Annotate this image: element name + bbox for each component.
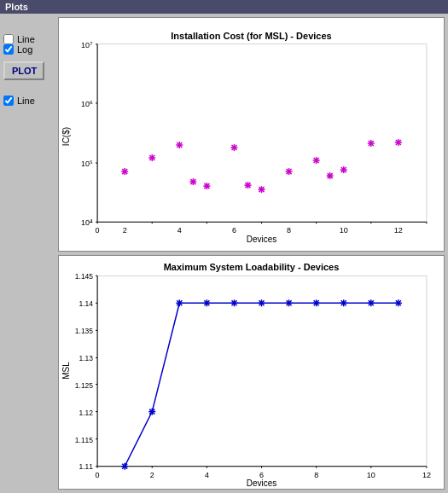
point-7 xyxy=(244,182,251,188)
bottom-y-label: MSL xyxy=(61,362,71,380)
bottom-line-checkbox[interactable] xyxy=(3,96,14,106)
line-checkbox-row: Line xyxy=(3,34,35,44)
b-point-8 xyxy=(313,299,320,306)
point-10 xyxy=(313,157,320,164)
log-checkbox-row: Log xyxy=(3,44,32,55)
point-9 xyxy=(286,168,293,175)
bottom-chart-title: Maximum System Loadability - Devices xyxy=(164,262,340,272)
b-point-10 xyxy=(368,299,375,306)
point-3 xyxy=(176,142,183,148)
bottom-chart-svg: Maximum System Loadability - Devices MSL xyxy=(59,256,444,489)
bottom-line-label: Line xyxy=(17,96,35,106)
bottom-chart: Maximum System Loadability - Devices MSL xyxy=(58,255,445,490)
top-x-label: Devices xyxy=(247,235,277,244)
svg-text:10⁶: 10⁶ xyxy=(81,100,93,108)
svg-text:8: 8 xyxy=(314,471,318,479)
point-11 xyxy=(327,172,334,179)
left-panel: Line Log PLOT Line xyxy=(3,17,55,490)
svg-text:10: 10 xyxy=(367,471,375,479)
b-point-4 xyxy=(203,299,210,306)
line-checkbox[interactable] xyxy=(3,34,14,44)
b-point-6 xyxy=(259,299,265,306)
plot-button[interactable]: PLOT xyxy=(3,61,44,80)
svg-text:6: 6 xyxy=(232,226,236,235)
log-label: Log xyxy=(17,44,32,55)
point-5 xyxy=(203,183,210,189)
b-point-5 xyxy=(230,299,237,306)
svg-text:4: 4 xyxy=(177,226,182,235)
point-8 xyxy=(259,186,265,193)
point-4 xyxy=(189,178,196,185)
point-12 xyxy=(340,166,347,173)
bottom-chart-controls: Line xyxy=(3,87,55,106)
content-area: Line Log PLOT Line xyxy=(0,14,448,493)
point-6 xyxy=(230,144,237,151)
svg-text:10⁵: 10⁵ xyxy=(81,160,93,168)
plots-area: Installation Cost (for MSL) - Devices IC… xyxy=(58,17,445,490)
svg-text:1.14: 1.14 xyxy=(79,299,94,308)
svg-text:1.145: 1.145 xyxy=(75,272,94,281)
line-label: Line xyxy=(17,34,35,44)
svg-text:8: 8 xyxy=(287,226,291,235)
top-chart-controls: Line Log xyxy=(3,17,55,55)
top-y-label: IC($) xyxy=(61,127,71,146)
title-bar: Plots xyxy=(0,0,448,14)
point-2 xyxy=(148,154,155,161)
b-point-11 xyxy=(395,299,402,306)
svg-text:10⁴: 10⁴ xyxy=(81,218,93,227)
svg-text:1.125: 1.125 xyxy=(75,381,94,390)
bottom-x-label: Devices xyxy=(247,478,277,488)
svg-text:1.12: 1.12 xyxy=(79,409,94,417)
svg-text:1.115: 1.115 xyxy=(75,436,94,444)
svg-rect-0 xyxy=(97,44,427,222)
svg-text:0: 0 xyxy=(96,471,100,479)
b-point-3 xyxy=(176,299,183,306)
bottom-line-checkbox-row: Line xyxy=(3,96,35,106)
svg-text:12: 12 xyxy=(394,226,403,235)
svg-text:1.13: 1.13 xyxy=(79,354,94,362)
svg-text:4: 4 xyxy=(205,471,209,479)
point-13 xyxy=(368,140,375,147)
top-chart-svg: Installation Cost (for MSL) - Devices IC… xyxy=(59,18,444,251)
b-point-7 xyxy=(286,299,293,306)
svg-text:1.135: 1.135 xyxy=(75,327,94,335)
b-point-9 xyxy=(340,299,347,306)
main-container: Plots Line Log PLOT Line xyxy=(0,0,448,493)
point-14 xyxy=(395,139,402,146)
svg-text:10⁷: 10⁷ xyxy=(81,41,93,49)
b-point-1 xyxy=(121,463,128,470)
top-chart-title: Installation Cost (for MSL) - Devices xyxy=(171,31,332,41)
b-point-2 xyxy=(148,409,155,415)
svg-text:12: 12 xyxy=(422,471,431,479)
point-1 xyxy=(121,168,128,175)
svg-text:0: 0 xyxy=(96,226,100,235)
svg-text:2: 2 xyxy=(123,226,127,235)
log-checkbox[interactable] xyxy=(3,44,14,55)
title-text: Plots xyxy=(5,2,28,12)
svg-text:2: 2 xyxy=(150,471,154,479)
top-chart: Installation Cost (for MSL) - Devices IC… xyxy=(58,17,445,252)
svg-text:10: 10 xyxy=(340,226,348,235)
svg-text:1.11: 1.11 xyxy=(79,462,94,471)
